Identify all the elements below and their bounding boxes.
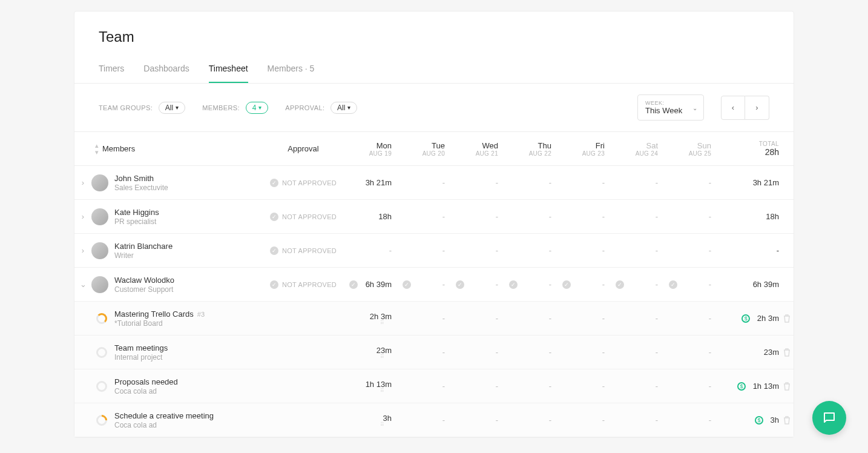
member-cell[interactable]: John Smith Sales Exectuvite <box>91 174 261 192</box>
drag-handle-icon[interactable]: ⠿ <box>346 355 392 359</box>
approval-status[interactable]: ✓ NOT APPROVED <box>261 179 346 187</box>
day-cell[interactable]: ✓ - <box>452 280 505 289</box>
day-cell[interactable]: - <box>612 415 665 425</box>
approval-status[interactable]: ✓ NOT APPROVED <box>261 246 346 255</box>
expand-toggle[interactable]: › <box>74 178 91 187</box>
week-select[interactable]: WEEK: This Week ⌄ <box>637 94 704 121</box>
day-cell[interactable]: - <box>665 246 718 255</box>
day-cell[interactable]: - <box>399 314 452 323</box>
day-cell[interactable]: - <box>399 348 452 357</box>
day-cell[interactable]: ✓ - <box>559 280 612 289</box>
day-cell[interactable]: - <box>612 178 665 187</box>
day-cell[interactable]: - <box>612 246 665 255</box>
member-cell[interactable]: Kate Higgins PR specialist <box>91 208 261 226</box>
day-cell[interactable]: 3h 21m <box>346 178 399 187</box>
day-cell[interactable]: - <box>559 382 612 391</box>
task-cell[interactable]: Team meetings Internal project <box>91 343 261 362</box>
day-cell[interactable]: - <box>559 415 612 425</box>
day-cell[interactable]: - <box>346 246 399 255</box>
day-cell[interactable]: - <box>665 382 718 391</box>
day-cell[interactable]: - <box>559 348 612 357</box>
day-cell[interactable]: 18h <box>346 212 399 221</box>
delete-button[interactable] <box>779 416 795 425</box>
day-cell[interactable]: - <box>452 348 505 357</box>
filter-team-groups-select[interactable]: All ▾ <box>159 102 185 114</box>
approval-text: NOT APPROVED <box>282 247 337 254</box>
task-cell[interactable]: Mastering Trello Cards#3 *Tutorial Board <box>91 309 261 328</box>
day-cell[interactable]: - <box>505 415 559 425</box>
day-cell[interactable]: - <box>612 382 665 391</box>
day-cell[interactable]: ✓ - <box>399 280 452 289</box>
day-cell[interactable]: - <box>665 212 718 221</box>
day-cell[interactable]: - <box>452 246 505 255</box>
day-cell[interactable]: 1h 13m ⠿ <box>346 380 399 392</box>
day-cell[interactable]: - <box>452 212 505 221</box>
approval-status[interactable]: ✓ NOT APPROVED <box>261 213 346 221</box>
day-cell[interactable]: ✓ - <box>505 280 559 289</box>
filter-approval-select[interactable]: All ▾ <box>330 102 357 114</box>
row-total: 18h <box>718 212 779 221</box>
day-cell[interactable]: ✓ - <box>665 280 718 289</box>
day-cell[interactable]: - <box>399 212 452 221</box>
approval-text: NOT APPROVED <box>282 281 337 288</box>
day-cell[interactable]: - <box>452 382 505 391</box>
day-value: - <box>496 246 498 255</box>
next-week-button[interactable]: › <box>745 96 769 120</box>
day-cell[interactable]: - <box>505 246 559 255</box>
delete-button[interactable] <box>779 348 795 357</box>
day-cell[interactable]: 3h ⠿ <box>346 414 399 426</box>
day-cell[interactable]: - <box>505 314 559 323</box>
day-cell[interactable]: - <box>665 178 718 187</box>
day-cell[interactable]: - <box>399 246 452 255</box>
day-cell[interactable]: - <box>559 314 612 323</box>
day-cell[interactable]: - <box>505 382 559 391</box>
day-value: - <box>549 212 551 221</box>
day-cell[interactable]: - <box>452 415 505 425</box>
day-cell[interactable]: - <box>452 178 505 187</box>
day-cell[interactable]: 2h 3m ⠿ <box>346 312 399 325</box>
filter-members-select[interactable]: 4 ▾ <box>246 102 269 114</box>
day-cell[interactable]: - <box>665 415 718 425</box>
day-cell[interactable]: - <box>612 314 665 323</box>
day-cell[interactable]: ✓ 6h 39m <box>346 280 399 289</box>
day-cell[interactable]: ✓ - <box>612 280 665 289</box>
day-cell[interactable]: - <box>399 178 452 187</box>
approval-status[interactable]: ✓ NOT APPROVED <box>261 280 346 289</box>
member-cell[interactable]: Katrin Blanchare Writer <box>91 242 261 260</box>
day-cell[interactable]: - <box>612 348 665 357</box>
day-cell[interactable]: - <box>452 314 505 323</box>
tab-timesheet[interactable]: Timesheet <box>209 56 248 83</box>
day-cell[interactable]: - <box>505 212 559 221</box>
drag-handle-icon[interactable]: ⠿ <box>346 389 392 392</box>
task-cell[interactable]: Proposals needed Coca cola ad <box>91 377 261 395</box>
member-cell[interactable]: Waclaw Wolodko Customer Support <box>91 276 261 294</box>
day-cell[interactable]: - <box>559 212 612 221</box>
day-value: - <box>549 314 551 323</box>
expand-toggle[interactable]: › <box>74 212 91 221</box>
day-cell[interactable]: - <box>505 348 559 357</box>
tab-dashboards[interactable]: Dashboards <box>143 56 189 83</box>
expand-toggle[interactable]: ⌄ <box>74 280 91 289</box>
day-cell[interactable]: - <box>559 246 612 255</box>
drag-handle-icon[interactable]: ⠿ <box>346 321 392 325</box>
delete-button[interactable] <box>779 382 795 391</box>
day-cell[interactable]: 23m ⠿ <box>346 346 399 359</box>
timesheet-panel: Team Timers Dashboards Timesheet Members… <box>74 11 794 438</box>
day-cell[interactable]: - <box>612 212 665 221</box>
day-cell[interactable]: - <box>399 415 452 425</box>
day-cell[interactable]: - <box>505 178 559 187</box>
day-cell[interactable]: - <box>399 382 452 391</box>
day-cell[interactable]: - <box>665 348 718 357</box>
help-fab[interactable] <box>812 401 846 435</box>
col-header-members[interactable]: ▴▾ Members <box>91 142 261 156</box>
delete-button[interactable] <box>779 314 795 323</box>
drag-handle-icon[interactable]: ⠿ <box>346 423 392 426</box>
approval-text: NOT APPROVED <box>282 179 337 187</box>
day-cell[interactable]: - <box>665 314 718 323</box>
prev-week-button[interactable]: ‹ <box>721 96 745 120</box>
tab-timers[interactable]: Timers <box>99 56 124 83</box>
expand-toggle[interactable]: › <box>74 246 91 255</box>
day-cell[interactable]: - <box>559 178 612 187</box>
task-cell[interactable]: Schedule a creative meeting Coca cola ad <box>91 411 261 429</box>
tab-members[interactable]: Members · 5 <box>268 56 315 83</box>
